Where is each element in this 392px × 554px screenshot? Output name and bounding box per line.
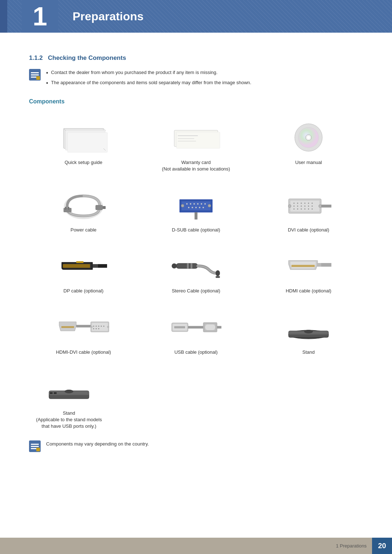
- svg-point-30: [195, 207, 197, 208]
- hdmi-cable-label: HDMI cable (optional): [286, 288, 331, 294]
- footer-section-label: 1 Preparations: [336, 543, 372, 549]
- svg-point-22: [186, 203, 188, 205]
- note-icon: [29, 69, 41, 81]
- svg-point-76: [93, 325, 94, 327]
- header: 1 Preparations: [0, 0, 392, 33]
- component-warranty-card: Warranty card(Not available in some loca…: [142, 116, 250, 176]
- svg-rect-66: [191, 263, 192, 268]
- svg-rect-61: [93, 264, 98, 268]
- component-dvi-cable: DVI cable (optional): [254, 183, 363, 237]
- bottom-note-text: Components may vary depending on the cou…: [46, 440, 149, 448]
- component-dsub-cable: D-SUB cable (optional): [142, 183, 250, 237]
- svg-rect-17: [64, 208, 72, 212]
- svg-rect-68: [216, 276, 220, 278]
- svg-point-32: [203, 207, 204, 208]
- component-dp-cable: DP cable (optional): [29, 244, 138, 298]
- component-stereo-cable: Stereo Cable (optional): [142, 244, 250, 298]
- svg-rect-102: [54, 392, 57, 394]
- stand-2-image: [40, 370, 98, 406]
- section-heading: 1.1.2 Checking the Components: [29, 54, 363, 62]
- bullets-container: • Contact the dealer from whom you purch…: [46, 69, 251, 87]
- svg-point-52: [301, 209, 302, 210]
- svg-point-80: [103, 325, 105, 327]
- svg-point-28: [188, 207, 189, 208]
- usb-cable-image: [167, 309, 225, 345]
- component-user-manual: User manual: [254, 116, 363, 176]
- hdmi-dvi-cable-label: HDMI-DVI cable (optional): [56, 349, 111, 356]
- svg-point-44: [294, 206, 295, 207]
- svg-point-39: [297, 203, 298, 204]
- svg-rect-62: [76, 261, 83, 263]
- svg-point-23: [190, 203, 191, 205]
- hdmi-cable-image: [279, 248, 338, 284]
- svg-point-49: [312, 206, 313, 207]
- component-stand-2: Stand(Applicable to the stand models tha…: [29, 366, 109, 434]
- svg-point-55: [312, 209, 313, 210]
- svg-point-41: [305, 203, 306, 204]
- svg-rect-59: [63, 264, 90, 268]
- svg-point-29: [192, 207, 193, 208]
- svg-point-38: [294, 203, 295, 204]
- svg-point-47: [305, 206, 306, 207]
- user-manual-label: User manual: [295, 159, 322, 166]
- svg-point-79: [101, 325, 102, 327]
- quick-setup-guide-image: [54, 119, 113, 156]
- dp-cable-image: [54, 248, 113, 284]
- svg-point-40: [301, 203, 302, 204]
- svg-point-84: [90, 326, 93, 328]
- svg-point-48: [308, 206, 309, 207]
- svg-rect-101: [50, 392, 53, 394]
- svg-point-57: [319, 205, 322, 208]
- chapter-number: 1: [22, 0, 58, 33]
- stand-2-label: Stand(Applicable to the stand models tha…: [33, 410, 105, 430]
- hdmi-dvi-cable-image: [54, 309, 113, 345]
- svg-point-77: [96, 325, 97, 327]
- svg-point-27: [204, 203, 206, 205]
- svg-point-56: [288, 205, 291, 208]
- svg-point-26: [201, 203, 202, 205]
- stand-1-image: [279, 309, 338, 345]
- bullet-item-2: • The appearance of the components and i…: [46, 79, 251, 87]
- svg-rect-20: [95, 205, 103, 210]
- dp-cable-label: DP cable (optional): [64, 288, 103, 294]
- svg-rect-18: [65, 207, 66, 210]
- svg-point-51: [297, 209, 298, 210]
- svg-rect-71: [317, 263, 321, 267]
- svg-rect-75: [92, 323, 108, 331]
- svg-point-31: [199, 207, 200, 208]
- svg-point-42: [308, 203, 309, 204]
- svg-point-64: [172, 263, 177, 268]
- component-power-cable: Power cable: [29, 183, 138, 237]
- dvi-cable-image: [279, 187, 338, 223]
- svg-point-81: [93, 328, 94, 329]
- svg-point-83: [98, 328, 99, 329]
- svg-rect-8: [176, 132, 220, 148]
- bullet-dot-2: •: [46, 79, 48, 87]
- stand-1-label: Stand: [302, 349, 315, 356]
- warranty-card-label: Warranty card(Not available in some loca…: [162, 159, 230, 172]
- bullet-dot-1: •: [46, 69, 48, 77]
- svg-point-33: [181, 204, 184, 207]
- svg-point-82: [96, 328, 97, 329]
- svg-rect-3: [68, 132, 107, 152]
- footer: 1 Preparations 20: [0, 538, 392, 554]
- svg-point-50: [294, 209, 295, 210]
- svg-rect-88: [174, 326, 185, 328]
- svg-rect-72: [61, 326, 74, 328]
- components-grid: Quick setup guide Warranty card(Not avai…: [29, 116, 363, 359]
- power-cable-label: Power cable: [70, 227, 97, 233]
- component-quick-setup-guide: Quick setup guide: [29, 116, 138, 176]
- note-box: • Contact the dealer from whom you purch…: [29, 69, 363, 87]
- svg-point-78: [98, 325, 99, 327]
- svg-rect-65: [187, 263, 189, 268]
- stereo-cable-label: Stereo Cable (optional): [172, 288, 220, 294]
- bullet-text-2: The appearance of the components and ite…: [51, 79, 252, 86]
- section-title: Checking the Components: [48, 54, 126, 61]
- svg-point-34: [208, 204, 211, 207]
- stereo-cable-image: [167, 248, 225, 284]
- svg-point-15: [307, 136, 310, 139]
- svg-point-43: [312, 203, 313, 204]
- components-label: Components: [29, 98, 363, 105]
- svg-point-25: [197, 203, 199, 205]
- section-id: 1.1.2: [29, 54, 43, 61]
